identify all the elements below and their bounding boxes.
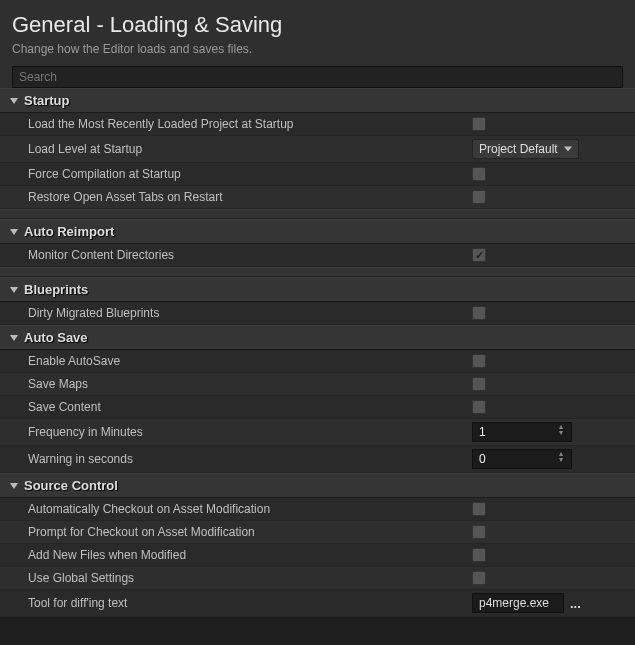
page-subtitle: Change how the Editor loads and saves fi… xyxy=(12,42,623,56)
checkbox-enable-autosave[interactable] xyxy=(472,354,486,368)
value: 1 xyxy=(479,425,486,439)
section-header-blueprints[interactable]: Blueprints xyxy=(0,277,635,302)
checkbox-dirty[interactable] xyxy=(472,306,486,320)
label: Load Level at Startup xyxy=(0,138,466,160)
dropdown-load-level[interactable]: Project Default xyxy=(472,139,579,159)
row-restore-tabs: Restore Open Asset Tabs on Restart xyxy=(0,186,635,209)
checkbox-restore-tabs[interactable] xyxy=(472,190,486,204)
section-startup: Startup Load the Most Recently Loaded Pr… xyxy=(0,88,635,209)
chevron-down-icon xyxy=(10,483,18,489)
section-title: Blueprints xyxy=(24,282,88,297)
label: Monitor Content Directories xyxy=(0,244,466,266)
section-auto-reimport: Auto Reimport Monitor Content Directorie… xyxy=(0,219,635,267)
input-diff-tool[interactable]: p4merge.exe xyxy=(472,593,564,613)
section-header-source-control[interactable]: Source Control xyxy=(0,473,635,498)
checkbox-load-recent[interactable] xyxy=(472,117,486,131)
settings-panel: General - Loading & Saving Change how th… xyxy=(0,0,635,88)
row-load-recent: Load the Most Recently Loaded Project at… xyxy=(0,113,635,136)
row-monitor: Monitor Content Directories xyxy=(0,244,635,267)
label: Prompt for Checkout on Asset Modificatio… xyxy=(0,521,466,543)
section-title: Startup xyxy=(24,93,70,108)
label: Automatically Checkout on Asset Modifica… xyxy=(0,498,466,520)
checkbox-global[interactable] xyxy=(472,571,486,585)
label: Frequency in Minutes xyxy=(0,421,466,443)
section-auto-save: Auto Save Enable AutoSave Save Maps Save… xyxy=(0,325,635,473)
section-header-auto-reimport[interactable]: Auto Reimport xyxy=(0,219,635,244)
section-source-control: Source Control Automatically Checkout on… xyxy=(0,473,635,617)
row-add-new: Add New Files when Modified xyxy=(0,544,635,567)
page-title: General - Loading & Saving xyxy=(12,12,623,38)
checkbox-save-content[interactable] xyxy=(472,400,486,414)
label: Force Compilation at Startup xyxy=(0,163,466,185)
row-load-level: Load Level at Startup Project Default xyxy=(0,136,635,163)
input-warning[interactable]: 0▴▾ xyxy=(472,449,572,469)
row-global: Use Global Settings xyxy=(0,567,635,590)
section-header-auto-save[interactable]: Auto Save xyxy=(0,325,635,350)
section-header-startup[interactable]: Startup xyxy=(0,88,635,113)
checkbox-auto-checkout[interactable] xyxy=(472,502,486,516)
chevron-down-icon xyxy=(10,335,18,341)
row-prompt-checkout: Prompt for Checkout on Asset Modificatio… xyxy=(0,521,635,544)
section-blueprints: Blueprints Dirty Migrated Blueprints xyxy=(0,277,635,325)
section-title: Source Control xyxy=(24,478,118,493)
checkbox-prompt-checkout[interactable] xyxy=(472,525,486,539)
checkbox-save-maps[interactable] xyxy=(472,377,486,391)
row-warning: Warning in seconds 0▴▾ xyxy=(0,446,635,473)
search-input[interactable] xyxy=(12,66,623,88)
label: Save Content xyxy=(0,396,466,418)
label: Warning in seconds xyxy=(0,448,466,470)
row-dirty: Dirty Migrated Blueprints xyxy=(0,302,635,325)
value: 0 xyxy=(479,452,486,466)
label: Enable AutoSave xyxy=(0,350,466,372)
browse-button[interactable]: ... xyxy=(568,596,583,611)
row-save-content: Save Content xyxy=(0,396,635,419)
chevron-down-icon xyxy=(10,229,18,235)
row-save-maps: Save Maps xyxy=(0,373,635,396)
label: Use Global Settings xyxy=(0,567,466,589)
label: Add New Files when Modified xyxy=(0,544,466,566)
checkbox-force-compile[interactable] xyxy=(472,167,486,181)
checkbox-add-new[interactable] xyxy=(472,548,486,562)
row-diff-tool: Tool for diff'ing text p4merge.exe ... xyxy=(0,590,635,617)
label: Tool for diff'ing text xyxy=(0,592,466,614)
spin-down-icon[interactable]: ▾ xyxy=(559,430,569,436)
chevron-down-icon xyxy=(10,287,18,293)
section-title: Auto Reimport xyxy=(24,224,114,239)
input-frequency[interactable]: 1▴▾ xyxy=(472,422,572,442)
row-force-compile: Force Compilation at Startup xyxy=(0,163,635,186)
checkbox-monitor[interactable] xyxy=(472,248,486,262)
label: Load the Most Recently Loaded Project at… xyxy=(0,113,466,135)
section-title: Auto Save xyxy=(24,330,88,345)
label: Restore Open Asset Tabs on Restart xyxy=(0,186,466,208)
row-auto-checkout: Automatically Checkout on Asset Modifica… xyxy=(0,498,635,521)
label: Save Maps xyxy=(0,373,466,395)
row-enable-autosave: Enable AutoSave xyxy=(0,350,635,373)
spin-down-icon[interactable]: ▾ xyxy=(559,457,569,463)
row-frequency: Frequency in Minutes 1▴▾ xyxy=(0,419,635,446)
chevron-down-icon xyxy=(10,98,18,104)
label: Dirty Migrated Blueprints xyxy=(0,302,466,324)
